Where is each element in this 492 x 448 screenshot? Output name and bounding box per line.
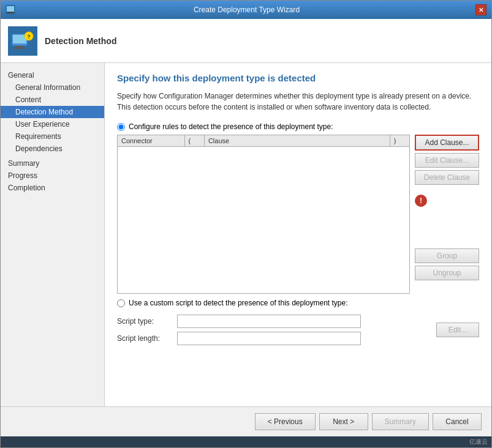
sidebar-item-summary[interactable]: Summary: [1, 157, 104, 170]
script-fields: Script type: Script length:: [117, 311, 431, 345]
rules-right-col: Add Clause... Edit Clause... Delete Clau…: [415, 135, 479, 280]
main-window: Create Deployment Type Wizard ✕ ? Detect…: [0, 0, 492, 448]
wizard-header: ? Detection Method: [1, 19, 491, 63]
cancel-button[interactable]: Cancel: [433, 413, 482, 430]
radio-script-text: Use a custom script to detect the presen…: [129, 299, 348, 307]
next-button[interactable]: Next >: [319, 413, 368, 430]
sidebar-section-summary: Summary Progress Completion: [1, 156, 104, 195]
svg-rect-6: [13, 48, 26, 49]
sidebar-item-general-information[interactable]: General Information: [1, 81, 104, 94]
ungroup-button[interactable]: Ungroup: [415, 266, 479, 280]
radio-script-input[interactable]: [117, 299, 125, 307]
detection-method-icon: ?: [10, 29, 35, 53]
watermark: 亿速云: [1, 436, 491, 447]
edit-clause-button[interactable]: Edit Clause...: [415, 153, 479, 168]
sidebar-item-dependencies[interactable]: Dependencies: [1, 143, 104, 155]
svg-rect-5: [15, 46, 24, 48]
radio-configure-text: Configure rules to detect the presence o…: [129, 122, 333, 131]
rules-table-header: Connector ( Clause ): [118, 135, 409, 147]
script-length-row: Script length:: [117, 332, 431, 345]
script-type-input[interactable]: [177, 315, 361, 328]
sidebar-item-completion[interactable]: Completion: [1, 182, 104, 194]
previous-button[interactable]: < Previous: [255, 413, 316, 430]
title-bar: Create Deployment Type Wizard ✕: [1, 1, 491, 19]
script-length-label: Script length:: [117, 334, 172, 343]
svg-text:?: ?: [27, 34, 31, 40]
col-clause: Clause: [205, 135, 390, 146]
rules-table-body: [118, 147, 409, 282]
description-text: Specify how Configuration Manager determ…: [117, 91, 479, 113]
radio-script-label[interactable]: Use a custom script to detect the presen…: [117, 299, 479, 307]
col-open-paren: (: [185, 135, 205, 146]
sidebar-item-content[interactable]: Content: [1, 94, 104, 106]
col-close-paren: ): [390, 135, 409, 146]
radio-group-script: Use a custom script to detect the presen…: [117, 299, 479, 345]
svg-rect-1: [7, 6, 14, 12]
sidebar-item-user-experience[interactable]: User Experience: [1, 118, 104, 130]
script-section: Script type: Script length: Edit...: [117, 311, 479, 345]
close-button[interactable]: ✕: [475, 4, 486, 15]
radio-configure-label[interactable]: Configure rules to detect the presence o…: [117, 122, 479, 131]
summary-button[interactable]: Summary: [372, 413, 429, 430]
sidebar-section-general: General General Information Content Dete…: [1, 68, 104, 156]
script-type-label: Script type:: [117, 317, 172, 326]
window-title: Create Deployment Type Wizard: [18, 6, 475, 14]
header-icon-container: ?: [8, 26, 37, 56]
group-button[interactable]: Group: [415, 248, 479, 263]
radio-configure-input[interactable]: [117, 123, 125, 131]
script-length-input[interactable]: [177, 332, 361, 345]
content-area: General General Information Content Dete…: [1, 63, 491, 406]
window-icon: [6, 5, 15, 15]
script-type-row: Script type:: [117, 315, 431, 328]
svg-rect-2: [7, 12, 14, 13]
rules-area: Connector ( Clause ) Add Clause... Edit …: [117, 135, 479, 294]
sidebar: General General Information Content Dete…: [1, 63, 105, 406]
page-title: Specify how this deployment type is dete…: [117, 73, 479, 83]
sidebar-item-general[interactable]: General: [1, 69, 104, 81]
edit-script-button[interactable]: Edit...: [436, 323, 479, 337]
rules-table: Connector ( Clause ): [117, 135, 410, 294]
sidebar-item-requirements[interactable]: Requirements: [1, 130, 104, 143]
wizard-footer: < Previous Next > Summary Cancel: [1, 406, 491, 436]
col-connector: Connector: [118, 135, 185, 146]
sidebar-item-detection-method[interactable]: Detection Method: [1, 106, 104, 118]
radio-group-configure: Configure rules to detect the presence o…: [117, 122, 479, 294]
delete-clause-button[interactable]: Delete Clause: [415, 170, 479, 185]
add-clause-button[interactable]: Add Clause...: [415, 135, 479, 151]
sidebar-item-progress[interactable]: Progress: [1, 170, 104, 182]
main-content-panel: Specify how this deployment type is dete…: [105, 63, 491, 406]
header-title: Detection Method: [45, 36, 116, 46]
info-icon: !: [415, 195, 427, 207]
